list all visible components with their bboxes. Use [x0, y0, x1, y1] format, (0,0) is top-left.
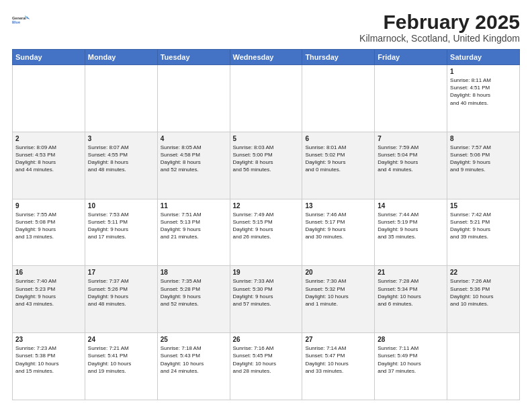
table-row: 14Sunrise: 7:44 AM Sunset: 5:19 PM Dayli…	[375, 199, 447, 266]
day-number: 28	[378, 336, 444, 343]
day-info: Sunrise: 8:11 AM Sunset: 4:51 PM Dayligh…	[450, 77, 517, 107]
logo-icon: GeneralBlue	[12, 11, 31, 30]
calendar-week-row: 23Sunrise: 7:23 AM Sunset: 5:38 PM Dayli…	[13, 333, 520, 400]
calendar-table: Sunday Monday Tuesday Wednesday Thursday…	[12, 49, 520, 400]
table-row: 17Sunrise: 7:37 AM Sunset: 5:26 PM Dayli…	[85, 266, 157, 333]
day-number: 25	[161, 336, 227, 343]
day-number: 3	[88, 135, 154, 142]
col-friday: Friday	[375, 50, 447, 65]
table-row: 24Sunrise: 7:21 AM Sunset: 5:41 PM Dayli…	[85, 333, 157, 400]
table-row: 16Sunrise: 7:40 AM Sunset: 5:23 PM Dayli…	[13, 266, 85, 333]
day-number: 17	[88, 269, 154, 276]
table-row	[302, 65, 375, 132]
day-info: Sunrise: 8:05 AM Sunset: 4:58 PM Dayligh…	[161, 144, 227, 174]
day-number: 18	[161, 269, 227, 276]
day-info: Sunrise: 7:18 AM Sunset: 5:43 PM Dayligh…	[161, 345, 227, 375]
day-info: Sunrise: 7:30 AM Sunset: 5:32 PM Dayligh…	[305, 277, 371, 308]
day-info: Sunrise: 7:28 AM Sunset: 5:34 PM Dayligh…	[378, 277, 444, 308]
table-row: 4Sunrise: 8:05 AM Sunset: 4:58 PM Daylig…	[157, 132, 230, 199]
svg-text:Blue: Blue	[12, 20, 20, 24]
table-row: 10Sunrise: 7:53 AM Sunset: 5:11 PM Dayli…	[85, 199, 157, 266]
day-number: 27	[305, 336, 371, 343]
day-info: Sunrise: 7:11 AM Sunset: 5:49 PM Dayligh…	[378, 345, 444, 375]
table-row	[375, 65, 447, 132]
table-row: 5Sunrise: 8:03 AM Sunset: 5:00 PM Daylig…	[230, 132, 302, 199]
day-info: Sunrise: 8:09 AM Sunset: 4:53 PM Dayligh…	[15, 144, 82, 174]
table-row: 25Sunrise: 7:18 AM Sunset: 5:43 PM Dayli…	[157, 333, 230, 400]
calendar-title: February 2025	[359, 11, 520, 33]
day-number: 19	[233, 269, 300, 276]
table-row: 7Sunrise: 7:59 AM Sunset: 5:04 PM Daylig…	[375, 132, 447, 199]
day-info: Sunrise: 7:21 AM Sunset: 5:41 PM Dayligh…	[88, 345, 154, 375]
day-info: Sunrise: 7:40 AM Sunset: 5:23 PM Dayligh…	[15, 277, 82, 308]
calendar-week-row: 2Sunrise: 8:09 AM Sunset: 4:53 PM Daylig…	[13, 132, 520, 199]
day-number: 21	[378, 269, 444, 276]
day-info: Sunrise: 7:26 AM Sunset: 5:36 PM Dayligh…	[450, 277, 517, 308]
col-wednesday: Wednesday	[230, 50, 302, 65]
table-row: 2Sunrise: 8:09 AM Sunset: 4:53 PM Daylig…	[13, 132, 85, 199]
day-number: 16	[15, 269, 82, 276]
page: GeneralBlue February 2025 Kilmarnock, Sc…	[0, 0, 532, 411]
day-number: 5	[233, 135, 300, 142]
calendar-week-row: 16Sunrise: 7:40 AM Sunset: 5:23 PM Dayli…	[13, 266, 520, 333]
day-number: 20	[305, 269, 371, 276]
table-row: 11Sunrise: 7:51 AM Sunset: 5:13 PM Dayli…	[157, 199, 230, 266]
logo: GeneralBlue	[12, 11, 31, 30]
table-row: 27Sunrise: 7:14 AM Sunset: 5:47 PM Dayli…	[302, 333, 375, 400]
table-row: 26Sunrise: 7:16 AM Sunset: 5:45 PM Dayli…	[230, 333, 302, 400]
table-row: 1Sunrise: 8:11 AM Sunset: 4:51 PM Daylig…	[447, 65, 520, 132]
table-row: 19Sunrise: 7:33 AM Sunset: 5:30 PM Dayli…	[230, 266, 302, 333]
day-number: 9	[15, 202, 82, 210]
day-info: Sunrise: 7:55 AM Sunset: 5:08 PM Dayligh…	[15, 211, 82, 241]
table-row	[13, 65, 85, 132]
col-sunday: Sunday	[13, 50, 85, 65]
table-row: 18Sunrise: 7:35 AM Sunset: 5:28 PM Dayli…	[157, 266, 230, 333]
calendar-subtitle: Kilmarnock, Scotland, United Kingdom	[359, 33, 520, 44]
table-row	[157, 65, 230, 132]
day-number: 10	[88, 202, 154, 210]
day-number: 12	[233, 202, 300, 210]
table-row	[230, 65, 302, 132]
day-number: 2	[15, 135, 82, 142]
col-thursday: Thursday	[302, 50, 375, 65]
table-row	[447, 333, 520, 400]
day-number: 11	[161, 202, 227, 210]
day-number: 13	[305, 202, 371, 210]
day-number: 26	[233, 336, 300, 343]
table-row: 23Sunrise: 7:23 AM Sunset: 5:38 PM Dayli…	[13, 333, 85, 400]
day-number: 23	[15, 336, 82, 343]
day-info: Sunrise: 7:35 AM Sunset: 5:28 PM Dayligh…	[161, 277, 227, 308]
day-number: 14	[378, 202, 444, 210]
day-info: Sunrise: 7:23 AM Sunset: 5:38 PM Dayligh…	[15, 345, 82, 375]
day-number: 1	[450, 68, 517, 75]
day-info: Sunrise: 7:33 AM Sunset: 5:30 PM Dayligh…	[233, 277, 300, 308]
table-row: 12Sunrise: 7:49 AM Sunset: 5:15 PM Dayli…	[230, 199, 302, 266]
day-number: 7	[378, 135, 444, 142]
day-info: Sunrise: 8:07 AM Sunset: 4:55 PM Dayligh…	[88, 144, 154, 174]
day-info: Sunrise: 7:57 AM Sunset: 5:06 PM Dayligh…	[450, 144, 517, 174]
day-number: 6	[305, 135, 371, 142]
day-number: 15	[450, 202, 517, 210]
table-row: 13Sunrise: 7:46 AM Sunset: 5:17 PM Dayli…	[302, 199, 375, 266]
table-row	[85, 65, 157, 132]
day-number: 22	[450, 269, 517, 276]
header: GeneralBlue February 2025 Kilmarnock, Sc…	[12, 11, 520, 44]
day-info: Sunrise: 7:16 AM Sunset: 5:45 PM Dayligh…	[233, 345, 300, 375]
day-info: Sunrise: 8:01 AM Sunset: 5:02 PM Dayligh…	[305, 144, 371, 174]
day-info: Sunrise: 7:53 AM Sunset: 5:11 PM Dayligh…	[88, 211, 154, 241]
day-info: Sunrise: 7:14 AM Sunset: 5:47 PM Dayligh…	[305, 345, 371, 375]
day-info: Sunrise: 7:49 AM Sunset: 5:15 PM Dayligh…	[233, 211, 300, 241]
day-number: 4	[161, 135, 227, 142]
table-row: 6Sunrise: 8:01 AM Sunset: 5:02 PM Daylig…	[302, 132, 375, 199]
col-monday: Monday	[85, 50, 157, 65]
day-info: Sunrise: 7:44 AM Sunset: 5:19 PM Dayligh…	[378, 211, 444, 241]
svg-text:General: General	[12, 16, 26, 20]
title-block: February 2025 Kilmarnock, Scotland, Unit…	[359, 11, 520, 44]
table-row: 15Sunrise: 7:42 AM Sunset: 5:21 PM Dayli…	[447, 199, 520, 266]
day-info: Sunrise: 8:03 AM Sunset: 5:00 PM Dayligh…	[233, 144, 300, 174]
col-tuesday: Tuesday	[157, 50, 230, 65]
table-row: 20Sunrise: 7:30 AM Sunset: 5:32 PM Dayli…	[302, 266, 375, 333]
calendar-week-row: 9Sunrise: 7:55 AM Sunset: 5:08 PM Daylig…	[13, 199, 520, 266]
table-row: 22Sunrise: 7:26 AM Sunset: 5:36 PM Dayli…	[447, 266, 520, 333]
table-row: 9Sunrise: 7:55 AM Sunset: 5:08 PM Daylig…	[13, 199, 85, 266]
